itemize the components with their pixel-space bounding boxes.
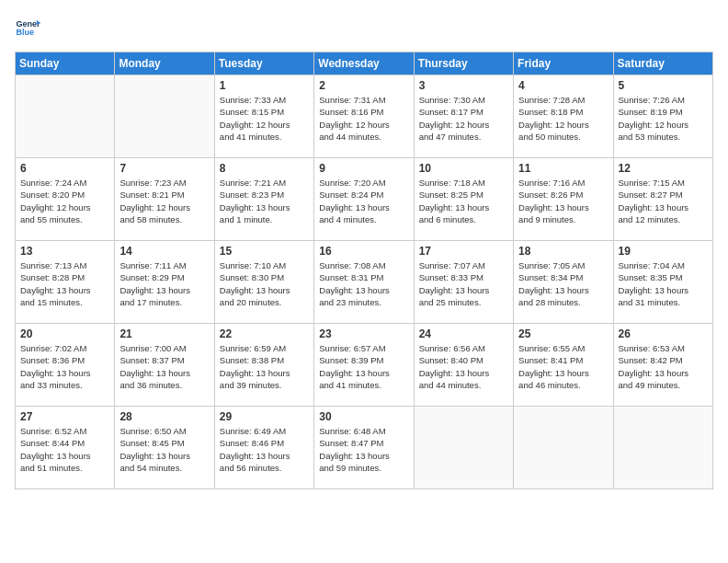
day-number: 11 [518, 162, 608, 175]
calendar-cell: 6Sunrise: 7:24 AMSunset: 8:20 PMDaylight… [16, 158, 115, 241]
calendar-cell [613, 407, 712, 489]
calendar-cell: 9Sunrise: 7:20 AMSunset: 8:24 PMDaylight… [314, 158, 414, 241]
weekday-header: Friday [514, 52, 613, 75]
calendar-week-row: 27Sunrise: 6:52 AMSunset: 8:44 PMDayligh… [16, 407, 713, 489]
day-info: Sunrise: 7:26 AMSunset: 8:19 PMDaylight:… [619, 94, 708, 143]
day-info: Sunrise: 7:00 AMSunset: 8:37 PMDaylight:… [119, 342, 209, 391]
day-number: 28 [119, 410, 209, 423]
day-number: 4 [518, 79, 608, 92]
day-info: Sunrise: 7:31 AMSunset: 8:16 PMDaylight:… [319, 94, 408, 143]
day-number: 14 [119, 245, 209, 258]
day-info: Sunrise: 6:59 AMSunset: 8:38 PMDaylight:… [220, 342, 309, 391]
day-info: Sunrise: 7:13 AMSunset: 8:28 PMDaylight:… [20, 259, 109, 308]
day-number: 6 [20, 162, 109, 175]
day-number: 27 [20, 410, 109, 423]
day-info: Sunrise: 6:50 AMSunset: 8:45 PMDaylight:… [119, 425, 209, 474]
calendar-cell: 7Sunrise: 7:23 AMSunset: 8:21 PMDaylight… [115, 158, 214, 241]
day-info: Sunrise: 7:08 AMSunset: 8:31 PMDaylight:… [319, 259, 408, 308]
calendar-cell: 21Sunrise: 7:00 AMSunset: 8:37 PMDayligh… [115, 324, 214, 407]
calendar-cell [414, 407, 513, 489]
day-info: Sunrise: 7:05 AMSunset: 8:34 PMDaylight:… [518, 259, 608, 308]
calendar-cell: 12Sunrise: 7:15 AMSunset: 8:27 PMDayligh… [613, 158, 712, 241]
day-number: 8 [220, 162, 309, 175]
day-number: 12 [619, 162, 708, 175]
weekday-header: Wednesday [314, 52, 414, 75]
calendar-week-row: 20Sunrise: 7:02 AMSunset: 8:36 PMDayligh… [16, 324, 713, 407]
calendar-cell: 19Sunrise: 7:04 AMSunset: 8:35 PMDayligh… [613, 241, 712, 324]
day-number: 24 [419, 327, 508, 340]
weekday-header: Saturday [613, 52, 712, 75]
calendar-cell: 1Sunrise: 7:33 AMSunset: 8:15 PMDaylight… [214, 75, 313, 158]
calendar-week-row: 13Sunrise: 7:13 AMSunset: 8:28 PMDayligh… [16, 241, 713, 324]
day-info: Sunrise: 6:55 AMSunset: 8:41 PMDaylight:… [518, 342, 608, 391]
calendar-cell: 10Sunrise: 7:18 AMSunset: 8:25 PMDayligh… [414, 158, 513, 241]
svg-text:Blue: Blue [16, 28, 34, 37]
calendar-cell: 27Sunrise: 6:52 AMSunset: 8:44 PMDayligh… [16, 407, 115, 489]
calendar-cell: 30Sunrise: 6:48 AMSunset: 8:47 PMDayligh… [314, 407, 414, 489]
calendar-cell: 25Sunrise: 6:55 AMSunset: 8:41 PMDayligh… [514, 324, 613, 407]
day-number: 20 [20, 327, 109, 340]
calendar-cell: 5Sunrise: 7:26 AMSunset: 8:19 PMDaylight… [613, 75, 712, 158]
day-info: Sunrise: 6:49 AMSunset: 8:46 PMDaylight:… [220, 425, 309, 474]
day-info: Sunrise: 7:04 AMSunset: 8:35 PMDaylight:… [619, 259, 708, 308]
calendar-cell: 15Sunrise: 7:10 AMSunset: 8:30 PMDayligh… [214, 241, 313, 324]
day-number: 16 [319, 245, 408, 258]
calendar-cell: 20Sunrise: 7:02 AMSunset: 8:36 PMDayligh… [16, 324, 115, 407]
calendar-cell: 23Sunrise: 6:57 AMSunset: 8:39 PMDayligh… [314, 324, 414, 407]
day-info: Sunrise: 7:30 AMSunset: 8:17 PMDaylight:… [419, 94, 508, 143]
weekday-header: Tuesday [214, 52, 313, 75]
day-info: Sunrise: 7:23 AMSunset: 8:21 PMDaylight:… [119, 177, 209, 225]
calendar-cell: 13Sunrise: 7:13 AMSunset: 8:28 PMDayligh… [16, 241, 115, 324]
calendar-cell: 11Sunrise: 7:16 AMSunset: 8:26 PMDayligh… [514, 158, 613, 241]
day-number: 5 [619, 79, 708, 92]
day-info: Sunrise: 7:11 AMSunset: 8:29 PMDaylight:… [119, 259, 209, 308]
weekday-header: Monday [115, 52, 214, 75]
day-info: Sunrise: 7:20 AMSunset: 8:24 PMDaylight:… [319, 177, 408, 225]
day-info: Sunrise: 6:57 AMSunset: 8:39 PMDaylight:… [319, 342, 408, 391]
day-number: 7 [119, 162, 209, 175]
calendar-cell [514, 407, 613, 489]
day-number: 3 [419, 79, 508, 92]
page-header: General Blue [15, 15, 713, 40]
day-number: 1 [220, 79, 309, 92]
calendar-cell: 14Sunrise: 7:11 AMSunset: 8:29 PMDayligh… [115, 241, 214, 324]
calendar-cell: 17Sunrise: 7:07 AMSunset: 8:33 PMDayligh… [414, 241, 513, 324]
day-number: 15 [220, 245, 309, 258]
logo: General Blue [15, 15, 44, 40]
logo-icon: General Blue [15, 15, 40, 40]
weekday-header: Sunday [16, 52, 115, 75]
day-info: Sunrise: 7:33 AMSunset: 8:15 PMDaylight:… [220, 94, 309, 143]
day-info: Sunrise: 7:18 AMSunset: 8:25 PMDaylight:… [419, 177, 508, 225]
day-number: 22 [220, 327, 309, 340]
day-info: Sunrise: 6:56 AMSunset: 8:40 PMDaylight:… [419, 342, 508, 391]
calendar-cell: 29Sunrise: 6:49 AMSunset: 8:46 PMDayligh… [214, 407, 313, 489]
day-info: Sunrise: 7:07 AMSunset: 8:33 PMDaylight:… [419, 259, 508, 308]
calendar-cell: 28Sunrise: 6:50 AMSunset: 8:45 PMDayligh… [115, 407, 214, 489]
calendar-cell: 24Sunrise: 6:56 AMSunset: 8:40 PMDayligh… [414, 324, 513, 407]
day-info: Sunrise: 7:10 AMSunset: 8:30 PMDaylight:… [220, 259, 309, 308]
day-number: 13 [20, 245, 109, 258]
day-info: Sunrise: 7:24 AMSunset: 8:20 PMDaylight:… [20, 177, 109, 225]
calendar-cell: 8Sunrise: 7:21 AMSunset: 8:23 PMDaylight… [214, 158, 313, 241]
calendar-cell: 4Sunrise: 7:28 AMSunset: 8:18 PMDaylight… [514, 75, 613, 158]
day-number: 21 [119, 327, 209, 340]
calendar-table: SundayMondayTuesdayWednesdayThursdayFrid… [15, 52, 713, 489]
calendar-cell: 2Sunrise: 7:31 AMSunset: 8:16 PMDaylight… [314, 75, 414, 158]
weekday-header-row: SundayMondayTuesdayWednesdayThursdayFrid… [16, 52, 713, 75]
day-info: Sunrise: 7:21 AMSunset: 8:23 PMDaylight:… [220, 177, 309, 225]
day-number: 30 [319, 410, 408, 423]
calendar-cell [115, 75, 214, 158]
calendar-cell: 18Sunrise: 7:05 AMSunset: 8:34 PMDayligh… [514, 241, 613, 324]
day-number: 23 [319, 327, 408, 340]
day-number: 10 [419, 162, 508, 175]
calendar-cell: 16Sunrise: 7:08 AMSunset: 8:31 PMDayligh… [314, 241, 414, 324]
day-number: 17 [419, 245, 508, 258]
day-number: 2 [319, 79, 408, 92]
calendar-cell: 22Sunrise: 6:59 AMSunset: 8:38 PMDayligh… [214, 324, 313, 407]
day-number: 9 [319, 162, 408, 175]
day-info: Sunrise: 6:48 AMSunset: 8:47 PMDaylight:… [319, 425, 408, 474]
day-info: Sunrise: 6:52 AMSunset: 8:44 PMDaylight:… [20, 425, 109, 474]
calendar-week-row: 1Sunrise: 7:33 AMSunset: 8:15 PMDaylight… [16, 75, 713, 158]
calendar-week-row: 6Sunrise: 7:24 AMSunset: 8:20 PMDaylight… [16, 158, 713, 241]
calendar-cell: 26Sunrise: 6:53 AMSunset: 8:42 PMDayligh… [613, 324, 712, 407]
